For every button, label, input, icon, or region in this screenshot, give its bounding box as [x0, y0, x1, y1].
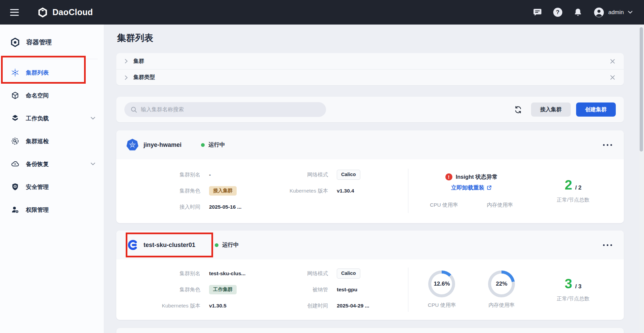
refresh-icon[interactable] [514, 106, 522, 114]
status-dot-running [215, 243, 218, 247]
nodes-ready-count: 3 [565, 277, 572, 290]
user-name: admin [608, 9, 624, 16]
external-link-icon [487, 185, 492, 190]
main-content: 集群列表 集群 集群类型 [104, 25, 644, 333]
chevron-down-icon [91, 163, 95, 165]
cluster-card-header[interactable]: jinye-hwamei 运行中 [116, 130, 624, 159]
field-network-mode: 网络模式 Calico [278, 167, 399, 183]
help-icon[interactable]: ? [553, 8, 562, 17]
messages-icon[interactable] [533, 8, 542, 17]
field-network-mode: 网络模式 Calico [278, 265, 399, 282]
cluster-status: 运行中 [215, 241, 239, 249]
cluster-list-icon [11, 69, 19, 77]
chevron-right-icon [124, 75, 128, 80]
network-mode-badge: Calico [337, 268, 360, 278]
reinstall-link[interactable]: 立即卸载重装 [451, 184, 492, 192]
insight-status-block: ! Insight 状态异常 立即卸载重装 CPU 使用率 内存使用率 [430, 173, 513, 209]
sidebar-divider [6, 59, 98, 59]
filter-row-cluster-type[interactable]: 集群类型 [116, 69, 624, 85]
cluster-card-body: 集群别名 - 集群角色 接入集群 接入时间 2025-05-16 ... 网络模… [116, 159, 624, 223]
cluster-card-test-sku-cluster01: test-sku-cluster01 运行中 集群别名 test-sku-clu… [116, 231, 624, 320]
network-mode-badge: Calico [337, 170, 360, 179]
join-cluster-button[interactable]: 接入集群 [531, 102, 571, 117]
kubernetes-icon [126, 139, 138, 151]
brand-name: DaoCloud [52, 7, 93, 17]
nodes-caption: 正常/节点总数 [557, 197, 589, 204]
field-create-time: 创建时间 2025-04-29 ... [278, 298, 399, 314]
hamburger-menu-icon[interactable] [10, 9, 19, 16]
sidebar-item-namespaces[interactable]: 命名空间 [0, 84, 104, 107]
notifications-bell-icon[interactable] [573, 8, 582, 17]
user-menu[interactable]: admin [594, 7, 633, 18]
cpu-usage-label: CPU 使用率 [428, 302, 456, 309]
sidebar-item-security-management[interactable]: 安全管理 [0, 175, 104, 198]
role-badge: 工作集群 [209, 285, 237, 294]
search-box[interactable] [124, 102, 326, 117]
sidebar-nav: 集群列表 命名空间 工作负载 [0, 61, 104, 221]
memory-usage-label: 内存使用率 [489, 302, 515, 309]
field-managed-by: 被纳管 test-gpu [278, 282, 399, 298]
filter-row-cluster[interactable]: 集群 [116, 53, 624, 69]
chevron-down-icon [628, 11, 633, 14]
page-title: 集群列表 [117, 32, 624, 44]
cluster-name[interactable]: jinye-hwamei [144, 141, 182, 149]
field-cluster-role: 集群角色 接入集群 [143, 183, 278, 199]
filter-panel: 集群 集群类型 [116, 53, 624, 85]
memory-donut-ring: 22% [488, 270, 515, 297]
search-input[interactable] [141, 107, 320, 113]
field-cluster-alias: 集群别名 - [143, 167, 278, 183]
dce-cluster-icon [126, 239, 138, 251]
sidebar-item-workloads[interactable]: 工作负载 [0, 107, 104, 130]
close-icon[interactable] [610, 59, 615, 64]
nodes-ready-count: 2 [565, 178, 572, 192]
nodes-total-count: / 2 [575, 184, 581, 191]
field-kubernetes-version: Kubernetes 版本 v1.30.4 [278, 183, 399, 199]
warning-icon: ! [445, 173, 452, 180]
search-icon [131, 107, 137, 113]
toolbar: 接入集群 创建集群 [116, 97, 624, 122]
cluster-name[interactable]: test-sku-cluster01 [144, 242, 195, 249]
cpu-donut-ring: 12.6% [428, 270, 455, 297]
backup-cloud-icon [11, 160, 19, 168]
insight-alert-text: Insight 状态异常 [456, 173, 498, 181]
brand: DaoCloud [37, 7, 93, 18]
cluster-status: 运行中 [201, 141, 225, 149]
chevron-right-icon [124, 59, 128, 64]
sidebar-section-label: 容器管理 [26, 38, 52, 47]
nodes-summary: 3 / 3 正常/节点总数 [534, 265, 612, 314]
role-badge: 接入集群 [209, 186, 237, 195]
more-actions-icon[interactable] [602, 244, 613, 246]
sidebar-item-permission-management[interactable]: 权限管理 [0, 198, 104, 221]
sidebar-item-backup-restore[interactable]: 备份恢复 [0, 153, 104, 175]
daocloud-logo-icon [37, 7, 48, 18]
field-cluster-role: 集群角色 工作集群 [143, 282, 278, 298]
field-kubernetes-version: Kubernetes 版本 v1.30.5 [143, 298, 278, 314]
page-scrollbar[interactable] [639, 25, 644, 333]
memory-usage-donut: 22% 内存使用率 [488, 270, 515, 309]
field-cluster-alias: 集群别名 test-sku-clus... [143, 265, 278, 282]
nodes-summary: 2 / 2 正常/节点总数 [534, 167, 612, 215]
create-cluster-button[interactable]: 创建集群 [576, 102, 616, 117]
namespace-cube-icon [11, 91, 19, 99]
workloads-layers-icon [11, 114, 19, 122]
cluster-card-header[interactable]: test-sku-cluster01 运行中 [116, 231, 624, 259]
sidebar-item-cluster-list[interactable]: 集群列表 [0, 61, 104, 84]
sidebar: 容器管理 集群列表 命名空间 工作负载 [0, 25, 104, 333]
close-icon[interactable] [610, 75, 615, 80]
sidebar-item-cluster-inspection[interactable]: 集群巡检 [0, 130, 104, 153]
more-actions-icon[interactable] [602, 144, 613, 146]
cluster-card-jinye-hwamei: jinye-hwamei 运行中 集群别名 - 集群角色 接入集群 [116, 130, 624, 223]
permissions-user-icon [11, 206, 19, 214]
cluster-card-body: 集群别名 test-sku-clus... 集群角色 工作集群 Kubernet… [116, 259, 624, 320]
inspection-scan-icon [11, 137, 19, 145]
page-scrollbar-thumb[interactable] [640, 27, 643, 152]
field-join-time: 接入时间 2025-05-16 ... [143, 199, 278, 215]
avatar [594, 7, 604, 18]
cpu-usage-label: CPU 使用率 [430, 202, 458, 209]
status-dot-running [201, 143, 205, 147]
container-management-icon [10, 37, 20, 47]
cpu-usage-donut: 12.6% CPU 使用率 [428, 270, 456, 309]
sidebar-section-container-management[interactable]: 容器管理 [0, 33, 104, 51]
nodes-caption: 正常/节点总数 [557, 295, 589, 302]
topbar: DaoCloud ? admin [0, 0, 644, 25]
